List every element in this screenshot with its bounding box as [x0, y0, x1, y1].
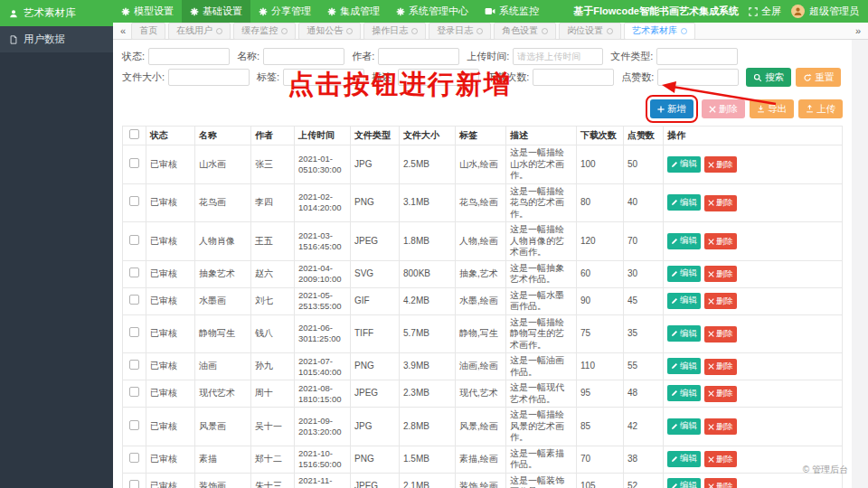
row-edit-button[interactable]: 编辑	[667, 293, 701, 309]
cell-status: 已审核	[146, 353, 195, 380]
row-edit-button[interactable]: 编辑	[667, 156, 701, 173]
cell-size: 4.2MB	[400, 287, 456, 314]
row-delete-button[interactable]: 删除	[704, 478, 737, 488]
reset-button[interactable]: 重置	[796, 68, 841, 87]
row-checkbox[interactable]	[129, 267, 139, 277]
export-button[interactable]: 导出	[750, 99, 794, 118]
filter-input[interactable]	[283, 69, 364, 86]
cell-name: 山水画	[195, 145, 251, 184]
tab[interactable]: 岗位设置	[559, 23, 621, 40]
filter-input[interactable]	[148, 48, 230, 65]
row-edit-button[interactable]: 编辑	[667, 325, 701, 342]
tab-close-icon[interactable]	[216, 28, 222, 34]
row-delete-button[interactable]: 删除	[704, 418, 737, 435]
tab[interactable]: 操作日志	[363, 23, 426, 40]
tab-close-icon[interactable]	[281, 28, 288, 34]
fullscreen-button[interactable]: 全屏	[749, 5, 781, 18]
nav-item[interactable]: 基础设置	[182, 0, 250, 23]
tab-close-icon[interactable]	[607, 28, 613, 34]
tab-close-icon[interactable]	[681, 28, 687, 34]
filter-input[interactable]	[168, 69, 250, 86]
row-delete-button[interactable]: 删除	[704, 326, 737, 343]
row-edit-button[interactable]: 编辑	[667, 451, 701, 467]
tab[interactable]: 登录日志	[429, 23, 491, 40]
filter-input[interactable]	[657, 69, 739, 86]
nav-item[interactable]: 分享管理	[250, 0, 319, 23]
sidebar-item[interactable]: 用户数据	[0, 26, 113, 52]
filter-input[interactable]	[263, 48, 344, 65]
select-all-checkbox[interactable]	[129, 129, 139, 139]
row-edit-button[interactable]: 编辑	[667, 266, 701, 282]
cell-downloads: 110	[577, 353, 624, 380]
row-checkbox[interactable]	[129, 360, 139, 370]
row-edit-button[interactable]: 编辑	[667, 358, 701, 374]
tab[interactable]: 在线用户	[168, 23, 231, 40]
nav-item[interactable]: 系统管理中心	[388, 0, 476, 23]
cell-tags: 风景,绘画	[456, 408, 506, 446]
sidebar-item[interactable]: 艺术素材库	[0, 0, 113, 26]
row-delete-button[interactable]: 删除	[704, 156, 737, 173]
row-edit-button[interactable]: 编辑	[667, 194, 701, 211]
nav-item[interactable]: 模型设置	[113, 0, 182, 23]
tab[interactable]: 缓存监控	[233, 23, 296, 40]
tabs-scroll-left-icon[interactable]: «	[118, 25, 128, 36]
edit-icon	[671, 330, 678, 337]
search-button[interactable]: 搜索	[746, 68, 791, 87]
filter-input[interactable]	[533, 69, 614, 86]
filter-input[interactable]	[513, 48, 603, 65]
tab[interactable]: 角色设置	[494, 23, 556, 40]
filter-group: 文件大小:	[122, 69, 250, 86]
row-checkbox[interactable]	[129, 387, 139, 397]
tab-close-icon[interactable]	[346, 28, 353, 34]
filter-group: 文件类型:	[610, 48, 738, 65]
tab[interactable]: 首页	[131, 23, 165, 40]
row-checkbox[interactable]	[129, 480, 139, 488]
cell-actions: 编辑删除	[664, 183, 843, 222]
cell-author: 王五	[251, 222, 295, 261]
filter-input[interactable]	[398, 69, 479, 86]
row-checkbox[interactable]	[129, 158, 139, 168]
row-delete-button[interactable]: 删除	[704, 195, 737, 211]
add-button[interactable]: 新增	[650, 99, 693, 118]
tab-close-icon[interactable]	[411, 28, 418, 34]
user-menu[interactable]: 超级管理员	[791, 5, 859, 18]
tab-close-icon[interactable]	[542, 28, 548, 34]
row-checkbox[interactable]	[129, 327, 139, 337]
avatar	[791, 5, 805, 18]
gear-icon	[327, 7, 336, 16]
tab[interactable]: 通知公告	[298, 23, 361, 40]
row-delete-button[interactable]: 删除	[704, 386, 737, 402]
main-area: 模型设置基础设置分享管理集成管理系统管理中心系统监控 基于Flowcode智能书…	[113, 0, 868, 488]
row-edit-label: 编辑	[680, 453, 697, 465]
row-delete-button[interactable]: 删除	[704, 233, 737, 249]
upload-button[interactable]: 上传	[798, 99, 843, 118]
row-delete-button[interactable]: 删除	[704, 266, 737, 282]
row-checkbox[interactable]	[129, 196, 139, 206]
tab-close-icon[interactable]	[476, 28, 483, 34]
row-checkbox[interactable]	[129, 295, 139, 305]
tab[interactable]: 艺术素材库	[624, 23, 695, 40]
filter-input[interactable]	[656, 48, 738, 65]
row-delete-button[interactable]: 删除	[704, 451, 737, 467]
tabs-scroll-right-icon[interactable]: »	[853, 25, 863, 36]
row-delete-button[interactable]: 删除	[704, 359, 737, 375]
cell-actions: 编辑删除	[664, 260, 843, 287]
column-header: 描述	[506, 127, 577, 145]
cell-status: 已审核	[146, 183, 195, 222]
row-edit-button[interactable]: 编辑	[667, 478, 701, 488]
filter-input[interactable]	[378, 48, 459, 65]
delete-button[interactable]: 删除	[702, 99, 745, 118]
row-checkbox[interactable]	[129, 453, 139, 463]
cell-tags: 装饰,绘画	[456, 473, 506, 488]
row-edit-button[interactable]: 编辑	[667, 233, 701, 249]
cell-likes: 42	[624, 408, 664, 446]
filter-group: 下载次数:	[486, 69, 614, 86]
row-checkbox[interactable]	[129, 235, 139, 245]
nav-item[interactable]: 系统监控	[476, 0, 547, 23]
row-edit-button[interactable]: 编辑	[667, 385, 701, 401]
nav-item[interactable]: 集成管理	[319, 0, 388, 23]
row-edit-button[interactable]: 编辑	[667, 418, 701, 435]
table-row: 已审核装饰画朱十三2021-11- 2509:35:00JPEG2.1MB装饰,…	[123, 473, 843, 488]
row-checkbox[interactable]	[129, 420, 139, 430]
row-delete-button[interactable]: 删除	[704, 293, 737, 309]
